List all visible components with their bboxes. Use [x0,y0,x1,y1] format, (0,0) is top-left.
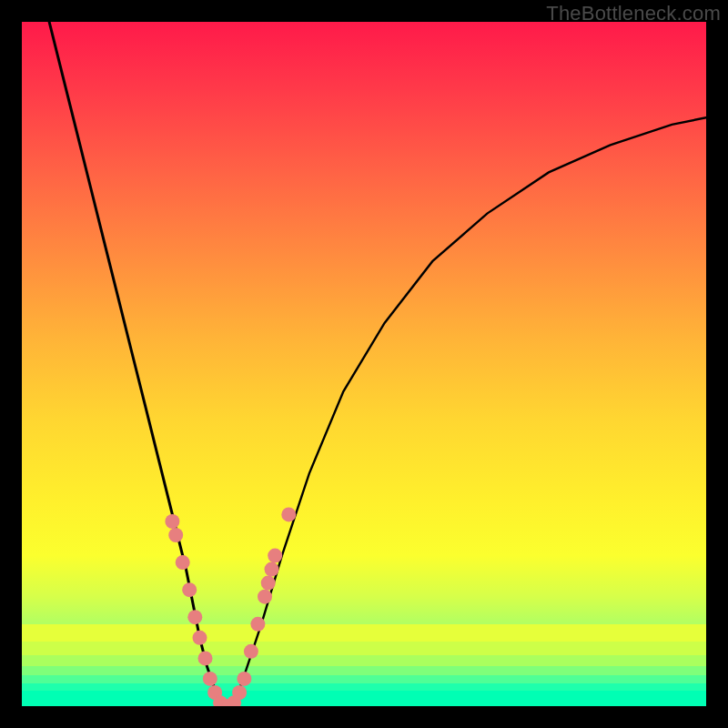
curve-right-branch [228,117,706,706]
highlight-dot [182,582,197,597]
highlight-dot [193,631,207,645]
highlight-dot [168,528,183,542]
highlight-dot [268,549,282,563]
highlight-dot [281,507,296,521]
curve-left-branch [49,22,228,706]
highlight-dot [244,644,258,659]
plot-area [22,22,706,706]
highlight-dot [265,562,279,577]
highlight-dot [176,555,190,570]
highlight-dot [261,576,276,591]
highlight-dot [258,590,272,604]
watermark-text: TheBottleneck.com [546,2,721,25]
highlight-dot [203,672,217,686]
highlight-dot [250,617,265,632]
highlight-dot [237,672,251,686]
bottleneck-curve-svg [22,22,706,706]
highlight-dot [198,651,213,665]
highlight-dot [187,610,202,624]
outer-black-frame [22,22,706,706]
highlight-dot [165,514,179,529]
highlight-dot [232,685,247,700]
